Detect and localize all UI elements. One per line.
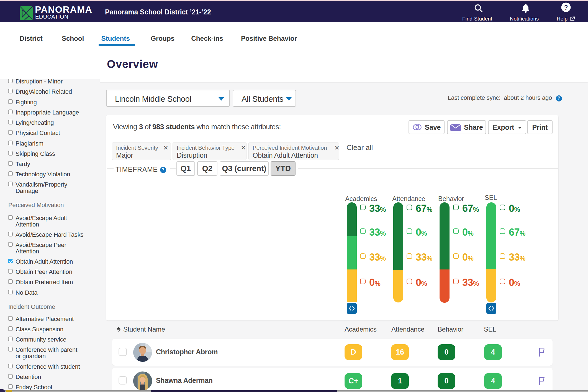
svg-text:?: ? [564, 4, 568, 11]
